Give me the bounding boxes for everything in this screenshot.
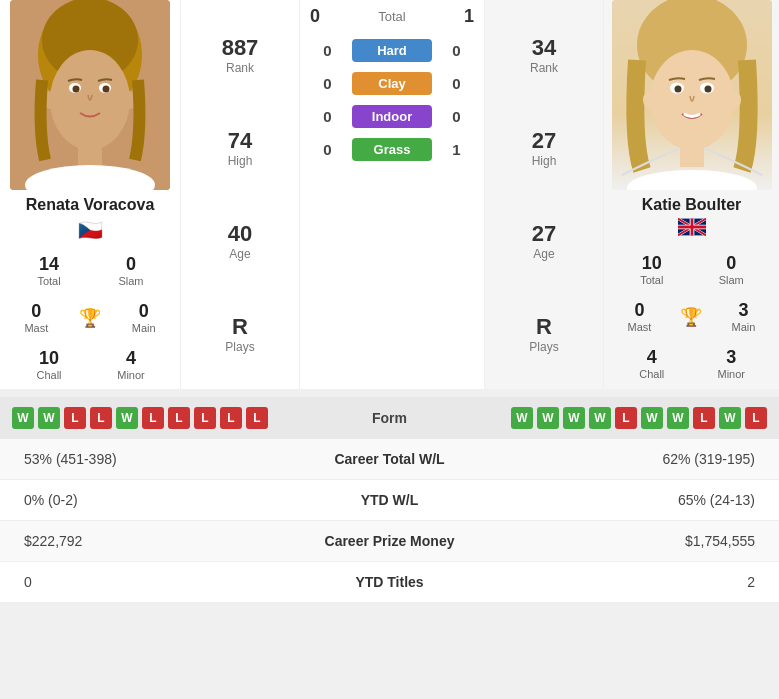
svg-point-14 xyxy=(650,50,734,150)
left-form-badge-L: L xyxy=(246,407,268,429)
stats-right-0: 62% (319-195) xyxy=(555,451,755,467)
left-mast-cell: 0 Mast xyxy=(22,297,50,338)
right-high-label: High xyxy=(532,154,557,168)
total-right-score: 1 xyxy=(454,6,484,27)
left-rank-value: 887 xyxy=(222,35,259,61)
left-form-badge-L: L xyxy=(90,407,112,429)
stats-row-3: 0YTD Titles2 xyxy=(0,562,779,603)
right-chall-cell: 4 Chall xyxy=(612,343,692,384)
left-form-badge-L: L xyxy=(64,407,86,429)
right-rank-value: 34 xyxy=(530,35,558,61)
right-form-badges: WWWWLWWLWL xyxy=(511,407,767,429)
left-high-label: High xyxy=(228,154,253,168)
right-slam-label: Slam xyxy=(694,274,770,286)
left-main-value: 0 xyxy=(132,301,156,322)
left-player-card: Renata Voracova 🇨🇿 14 Total 0 Slam 0 Mas… xyxy=(0,0,180,389)
surface-row-grass: 0 Grass 1 xyxy=(300,138,484,161)
right-total-value: 10 xyxy=(614,253,690,274)
right-form-badge-W: W xyxy=(511,407,533,429)
right-minor-value: 3 xyxy=(694,347,770,368)
svg-point-18 xyxy=(704,86,711,93)
hard-badge: Hard xyxy=(352,39,432,62)
left-plays-value: R xyxy=(225,314,254,340)
right-mast-cell: 0 Mast xyxy=(626,296,654,337)
right-form-badge-L: L xyxy=(693,407,715,429)
left-form-badge-L: L xyxy=(168,407,190,429)
left-main-cell: 0 Main xyxy=(130,297,158,338)
right-total-label: Total xyxy=(614,274,690,286)
clay-badge: Clay xyxy=(352,72,432,95)
surface-row-hard: 0 Hard 0 xyxy=(300,39,484,62)
svg-point-17 xyxy=(674,86,681,93)
clay-left-score: 0 xyxy=(315,75,340,92)
svg-rect-8 xyxy=(78,142,102,167)
grass-left-score: 0 xyxy=(315,141,340,158)
stats-center-0: Career Total W/L xyxy=(224,451,555,467)
stats-row-1: 0% (0-2)YTD W/L65% (24-13) xyxy=(0,480,779,521)
stats-row-2: $222,792Career Prize Money$1,754,555 xyxy=(0,521,779,562)
right-age-label: Age xyxy=(532,247,556,261)
indoor-badge: Indoor xyxy=(352,105,432,128)
left-chall-label: Chall xyxy=(10,369,88,381)
grass-badge: Grass xyxy=(352,138,432,161)
right-plays-value: R xyxy=(529,314,558,340)
stats-row-0: 53% (451-398)Career Total W/L62% (319-19… xyxy=(0,439,779,480)
left-stats-grid: 14 Total 0 Slam xyxy=(0,246,180,295)
right-player-photo xyxy=(612,0,772,190)
right-high-value: 27 xyxy=(532,128,557,154)
left-player-flag: 🇨🇿 xyxy=(78,218,103,242)
left-slam-cell: 0 Slam xyxy=(90,250,172,291)
left-high-item: 74 High xyxy=(228,128,253,168)
right-trophy-icon: 🏆 xyxy=(680,306,702,328)
left-plays-label: Plays xyxy=(225,340,254,354)
right-mast-label: Mast xyxy=(628,321,652,333)
left-rank-item: 887 Rank xyxy=(222,35,259,75)
total-row: 0 Total 1 xyxy=(300,0,484,39)
right-player-card: Katie Boulter 10 Total 0 xyxy=(604,0,779,389)
right-slam-cell: 0 Slam xyxy=(692,249,772,290)
right-form-badge-L: L xyxy=(615,407,637,429)
indoor-right-score: 0 xyxy=(444,108,469,125)
svg-rect-19 xyxy=(680,145,704,167)
stats-right-2: $1,754,555 xyxy=(555,533,755,549)
right-trophy-row: 0 Mast 🏆 3 Main xyxy=(604,294,779,339)
right-age-item: 27 Age xyxy=(532,221,556,261)
middle-comparison: 0 Total 1 0 Hard 0 0 Clay 0 xyxy=(300,0,484,389)
right-rank-item: 34 Rank xyxy=(530,35,558,75)
clay-right-score: 0 xyxy=(444,75,469,92)
right-slam-value: 0 xyxy=(694,253,770,274)
left-form-badge-L: L xyxy=(194,407,216,429)
right-chall-value: 4 xyxy=(614,347,690,368)
left-total-value: 14 xyxy=(10,254,88,275)
right-plays-label: Plays xyxy=(529,340,558,354)
right-main-cell: 3 Main xyxy=(730,296,758,337)
stats-table: 53% (451-398)Career Total W/L62% (319-19… xyxy=(0,439,779,603)
stats-center-1: YTD W/L xyxy=(224,492,555,508)
left-trophy-row: 0 Mast 🏆 0 Main xyxy=(0,295,180,340)
left-minor-label: Minor xyxy=(92,369,170,381)
surface-row-indoor: 0 Indoor 0 xyxy=(300,105,484,128)
right-minor-label: Minor xyxy=(694,368,770,380)
indoor-left-score: 0 xyxy=(315,108,340,125)
right-form-badge-W: W xyxy=(667,407,689,429)
surface-row-clay: 0 Clay 0 xyxy=(300,72,484,95)
right-chall-label: Chall xyxy=(614,368,690,380)
left-minor-cell: 4 Minor xyxy=(90,344,172,385)
right-total-cell: 10 Total xyxy=(612,249,692,290)
stats-left-0: 53% (451-398) xyxy=(24,451,224,467)
left-minor-value: 4 xyxy=(92,348,170,369)
page-container: Renata Voracova 🇨🇿 14 Total 0 Slam 0 Mas… xyxy=(0,0,779,603)
left-form-badges: WWLLWLLLLL xyxy=(12,407,268,429)
svg-point-6 xyxy=(73,86,80,93)
player-comparison: Renata Voracova 🇨🇿 14 Total 0 Slam 0 Mas… xyxy=(0,0,779,389)
left-player-photo xyxy=(10,0,170,190)
right-form-badge-W: W xyxy=(537,407,559,429)
right-bottom-grid: 4 Chall 3 Minor xyxy=(604,339,779,388)
svg-point-21 xyxy=(643,91,657,109)
right-stats-grid: 10 Total 0 Slam xyxy=(604,245,779,294)
right-form-badge-W: W xyxy=(641,407,663,429)
right-player-flag xyxy=(678,218,706,241)
total-left-score: 0 xyxy=(300,6,330,27)
hard-right-score: 0 xyxy=(444,42,469,59)
left-slam-label: Slam xyxy=(92,275,170,287)
